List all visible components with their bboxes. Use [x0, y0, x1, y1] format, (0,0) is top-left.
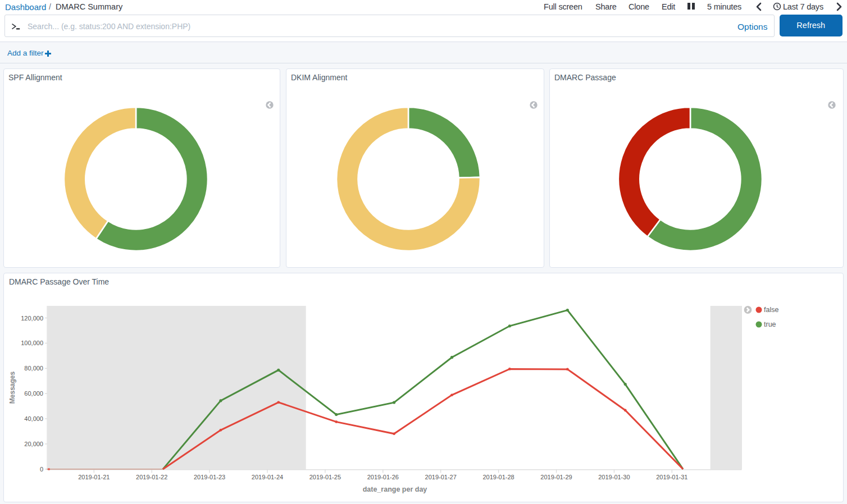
svg-text:true: true	[764, 320, 776, 328]
svg-text:Messages: Messages	[8, 371, 16, 404]
svg-text:2019-01-24: 2019-01-24	[252, 474, 283, 480]
svg-text:120,000: 120,000	[21, 314, 43, 321]
svg-text:80,000: 80,000	[24, 365, 43, 372]
svg-text:2019-01-29: 2019-01-29	[540, 474, 572, 480]
svg-text:2019-01-21: 2019-01-21	[78, 474, 110, 480]
svg-text:20,000: 20,000	[24, 440, 43, 447]
svg-text:2019-01-25: 2019-01-25	[309, 474, 341, 480]
svg-text:false: false	[764, 306, 778, 314]
svg-text:2019-01-23: 2019-01-23	[194, 474, 225, 480]
svg-text:2019-01-28: 2019-01-28	[482, 474, 514, 480]
svg-text:date_range per day: date_range per day	[363, 485, 427, 493]
svg-text:2019-01-31: 2019-01-31	[656, 474, 687, 480]
svg-text:2019-01-26: 2019-01-26	[367, 474, 399, 480]
svg-text:2019-01-22: 2019-01-22	[136, 474, 167, 480]
svg-text:60,000: 60,000	[24, 390, 43, 397]
svg-text:2019-01-27: 2019-01-27	[425, 474, 457, 480]
svg-text:100,000: 100,000	[21, 340, 43, 346]
svg-text:2019-01-30: 2019-01-30	[598, 474, 630, 480]
svg-text:0: 0	[40, 465, 43, 472]
svg-text:40,000: 40,000	[24, 415, 43, 422]
